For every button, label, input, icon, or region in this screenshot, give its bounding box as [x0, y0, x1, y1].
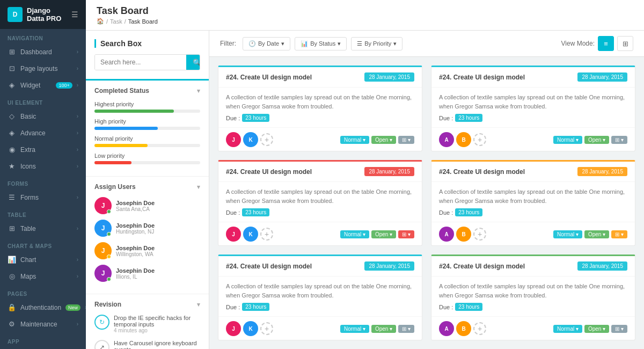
sidebar-item-icons[interactable]: ★ Icons ›	[0, 158, 86, 174]
task-description: A collection of textile samples lay spre…	[226, 187, 414, 205]
filter-by-status[interactable]: 📊 By Status ▾	[295, 37, 347, 50]
task-card: #24. Create UI design model 28 January, …	[431, 66, 635, 151]
pages-section-label: PAGES	[0, 285, 86, 299]
sidebar-item-maintenance[interactable]: ⚙ Maintenance ›	[0, 316, 86, 332]
due-hours-badge: 23 hours	[455, 303, 482, 311]
avatar: A	[439, 132, 454, 147]
task-tag[interactable]: Normal ▾	[340, 230, 369, 238]
add-user-button[interactable]: +	[473, 322, 486, 335]
task-card-header: #24. Create UI design model 28 January, …	[431, 67, 635, 88]
clock-icon: 🕐	[248, 40, 256, 47]
breadcrumb-home: 🏠	[97, 18, 104, 25]
task-tag[interactable]: ⊞ ▾	[398, 325, 414, 333]
arrow-icon: ›	[77, 49, 78, 55]
arrow-icon: ›	[77, 66, 78, 71]
sidebar-item-dashboard[interactable]: ⊞ Dashboard ›	[0, 43, 86, 60]
assign-users-section: Assign Users ▾ J Josephin Doe Santa Ana,…	[86, 177, 209, 294]
view-list-button[interactable]: ≡	[598, 36, 614, 51]
arrow-icon: ›	[77, 226, 78, 231]
revision-info: Have Carousel ignore keyboard events 12 …	[114, 340, 200, 349]
sidebar-item-page-layouts[interactable]: ⊡ Page layouts ›	[0, 60, 86, 77]
breadcrumb-current: Task Board	[128, 18, 158, 25]
brand-bar: D Django Datta PRO ☰	[0, 0, 86, 29]
search-input[interactable]	[95, 55, 186, 70]
task-card: #24. Create UI design model 28 January, …	[218, 66, 422, 151]
view-mode-wrap: View Mode: ≡ ⊞	[561, 36, 633, 51]
arrow-icon: ›	[77, 130, 78, 136]
task-date-badge: 28 January, 2015	[577, 261, 627, 271]
task-tag[interactable]: ⊞ ▾	[611, 325, 627, 333]
sidebar-item-basic[interactable]: ◇ Basic ›	[0, 108, 86, 125]
task-tag[interactable]: Open ▾	[584, 136, 609, 144]
sidebar-item-table[interactable]: ⊞ Table ›	[0, 220, 86, 237]
chevron-down-icon: ▾	[197, 184, 200, 191]
task-title: #24. Create UI design model	[439, 168, 525, 176]
avatar-group: JK +	[226, 132, 273, 147]
task-title: #24. Create UI design model	[439, 263, 525, 270]
advance-icon: ◈	[8, 129, 16, 137]
sidebar-item-authentication[interactable]: 🔒 Authentication New ›	[0, 299, 86, 316]
avatar: A	[439, 227, 454, 242]
search-input-wrap: 🔍	[94, 54, 200, 70]
task-tag[interactable]: ⊞ ▾	[611, 136, 627, 144]
add-user-button[interactable]: +	[260, 133, 273, 146]
tag-group: Normal ▾Open ▾⊞ ▾	[553, 230, 627, 238]
task-tag[interactable]: Normal ▾	[553, 230, 582, 238]
avatar: B	[456, 321, 471, 336]
add-user-button[interactable]: +	[473, 133, 486, 146]
task-tag[interactable]: Open ▾	[584, 230, 609, 238]
sidebar-item-forms[interactable]: ☰ Forms ›	[0, 189, 86, 206]
sidebar-item-advance[interactable]: ◈ Advance ›	[0, 125, 86, 141]
avatar: K	[243, 132, 258, 147]
add-user-button[interactable]: +	[260, 228, 273, 241]
icons-icon: ★	[8, 162, 16, 170]
forms-icon: ☰	[8, 193, 16, 201]
add-user-button[interactable]: +	[260, 322, 273, 335]
sidebar-item-widget[interactable]: ◈ Widget 100+ ›	[0, 77, 86, 93]
sidebar-item-extra[interactable]: ◉ Extra ›	[0, 141, 86, 158]
avatar-group: AB +	[439, 132, 486, 147]
task-description: A collection of textile samples lay spre…	[226, 93, 414, 111]
breadcrumb: 🏠 / Task / Task Board	[97, 18, 633, 25]
sidebar-item-label: Advance	[20, 129, 72, 137]
task-tag[interactable]: Normal ▾	[340, 136, 369, 144]
list-view-icon: ≡	[604, 40, 608, 48]
task-tag[interactable]: ⊞ ▾	[398, 136, 414, 144]
filter-by-date[interactable]: 🕐 By Date ▾	[243, 37, 290, 50]
priority-highest-bar	[94, 110, 174, 113]
task-description: A collection of textile samples lay spre…	[226, 282, 414, 300]
user-location: Illions, IL	[116, 274, 155, 280]
task-tag[interactable]: Open ▾	[371, 325, 396, 333]
task-tag[interactable]: Open ▾	[584, 325, 609, 333]
search-button[interactable]: 🔍	[186, 55, 200, 70]
task-tag[interactable]: Open ▾	[371, 136, 396, 144]
task-card-body: A collection of textile samples lay spre…	[218, 277, 422, 316]
extra-icon: ◉	[8, 146, 16, 154]
widget-badge: 100+	[56, 82, 72, 89]
filter-by-priority[interactable]: ☰ By Priority ▾	[351, 37, 402, 50]
task-date-badge: 28 January, 2015	[364, 167, 414, 176]
sidebar-item-chart[interactable]: 📊 Chart ›	[0, 251, 86, 268]
sidebar-item-label: Dashboard	[20, 48, 72, 56]
task-tag[interactable]: Normal ▾	[553, 136, 582, 144]
sidebar-item-maps[interactable]: ◎ Maps ›	[0, 268, 86, 285]
dashboard-icon: ⊞	[8, 48, 16, 56]
hamburger-icon[interactable]: ☰	[71, 10, 78, 19]
task-tag[interactable]: ⊞ ▾	[611, 230, 627, 238]
avatar-group: JK +	[226, 227, 273, 242]
view-grid-button[interactable]: ⊞	[617, 36, 633, 51]
task-tag[interactable]: Normal ▾	[553, 325, 582, 333]
task-tag[interactable]: ⊞ ▾	[398, 230, 414, 238]
task-tag[interactable]: Normal ▾	[340, 325, 369, 333]
basic-icon: ◇	[8, 112, 16, 120]
task-tag[interactable]: Open ▾	[371, 230, 396, 238]
avatar-group: JK +	[226, 321, 273, 336]
maintenance-icon: ⚙	[8, 320, 16, 328]
arrow-icon: ›	[77, 321, 78, 327]
add-user-button[interactable]: +	[473, 228, 486, 241]
user-location: Santa Ana,CA	[116, 206, 155, 212]
sidebar: D Django Datta PRO ☰ NAVIGATION ⊞ Dashbo…	[0, 0, 86, 349]
top-header: Task Board 🏠 / Task / Task Board	[86, 0, 644, 31]
task-card-footer: JK + Normal ▾Open ▾⊞ ▾	[218, 316, 422, 340]
bar-chart-icon: 📊	[301, 40, 308, 47]
